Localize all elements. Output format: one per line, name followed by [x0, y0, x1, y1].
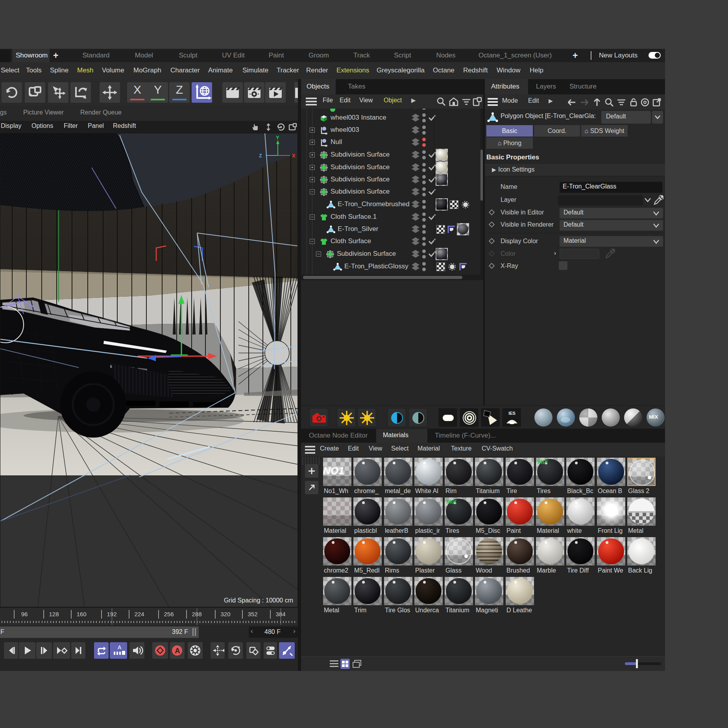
- svg-text:Y: Y: [276, 135, 279, 140]
- svg-text:X: X: [292, 153, 296, 159]
- svg-text:Grid Spacing : 10000 cm: Grid Spacing : 10000 cm: [224, 597, 293, 604]
- svg-text:IES: IES: [508, 411, 516, 416]
- svg-text:A: A: [175, 647, 180, 655]
- svg-text:Z: Z: [259, 153, 262, 159]
- svg-text:A: A: [118, 644, 122, 650]
